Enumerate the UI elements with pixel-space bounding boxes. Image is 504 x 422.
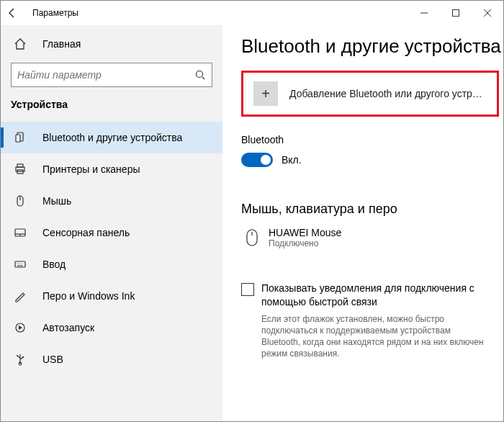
sidebar-item-printers[interactable]: Принтеры и сканеры bbox=[1, 153, 222, 185]
add-device-button[interactable]: + Добавление Bluetooth или другого устро… bbox=[241, 71, 499, 117]
keyboard-icon bbox=[14, 258, 31, 271]
svg-point-2 bbox=[197, 71, 203, 78]
touchpad-icon bbox=[14, 226, 31, 239]
sidebar-item-typing[interactable]: Ввод bbox=[1, 248, 222, 280]
svg-point-16 bbox=[19, 263, 19, 264]
page-title: Bluetooth и другие устройства bbox=[241, 35, 503, 58]
mouse-device-icon bbox=[241, 227, 263, 247]
svg-line-3 bbox=[202, 77, 204, 79]
bluetooth-state: Вкл. bbox=[282, 154, 302, 166]
svg-rect-14 bbox=[15, 261, 25, 267]
add-device-label: Добавление Bluetooth или другого устройс… bbox=[289, 88, 487, 99]
devices-icon bbox=[14, 131, 31, 144]
svg-rect-1 bbox=[453, 10, 459, 17]
sidebar-item-label: Ввод bbox=[42, 259, 66, 270]
sidebar-item-label: Сенсорная панель bbox=[42, 227, 130, 238]
window-title: Параметры bbox=[32, 8, 78, 18]
plus-icon: + bbox=[253, 81, 278, 106]
titlebar: Параметры bbox=[1, 1, 503, 25]
sidebar: Главная Устройства Bluetooth и другие ус… bbox=[1, 25, 222, 422]
sidebar-item-label: Bluetooth и другие устройства bbox=[42, 132, 182, 143]
home-icon bbox=[14, 37, 31, 50]
svg-rect-7 bbox=[17, 164, 23, 167]
home-link[interactable]: Главная bbox=[1, 28, 222, 60]
sidebar-item-touchpad[interactable]: Сенсорная панель bbox=[1, 217, 222, 248]
device-status: Подключено bbox=[269, 238, 341, 248]
maximize-button[interactable] bbox=[440, 1, 472, 25]
group-heading: Мышь, клавиатура и перо bbox=[241, 202, 503, 217]
device-name: HUAWEI Mouse bbox=[269, 227, 341, 238]
quick-pair-hint: Если этот флажок установлен, можно быстр… bbox=[261, 313, 492, 360]
close-button[interactable] bbox=[472, 1, 503, 25]
svg-rect-23 bbox=[22, 356, 24, 358]
printer-icon bbox=[14, 163, 31, 176]
sidebar-item-label: Принтеры и сканеры bbox=[42, 163, 140, 175]
search-field[interactable] bbox=[17, 69, 194, 81]
svg-rect-5 bbox=[16, 135, 20, 142]
quick-pair-label: Показывать уведомления для подключения с… bbox=[261, 282, 503, 309]
sidebar-item-mouse[interactable]: Мышь bbox=[1, 185, 222, 217]
sidebar-item-autoplay[interactable]: Автозапуск bbox=[1, 312, 222, 344]
device-item[interactable]: HUAWEI Mouse Подключено bbox=[241, 227, 503, 248]
quick-pair-checkbox[interactable] bbox=[241, 283, 254, 296]
search-icon bbox=[194, 69, 206, 81]
autoplay-icon bbox=[14, 321, 31, 334]
sidebar-item-label: Автозапуск bbox=[42, 322, 94, 333]
svg-point-17 bbox=[21, 263, 22, 264]
section-label: Устройства bbox=[1, 96, 222, 122]
sidebar-item-label: Перо и Windows Ink bbox=[42, 290, 135, 302]
minimize-button[interactable] bbox=[408, 1, 440, 25]
sidebar-item-bluetooth[interactable]: Bluetooth и другие устройства bbox=[1, 122, 222, 153]
mouse-icon bbox=[14, 194, 31, 207]
home-label: Главная bbox=[42, 38, 81, 50]
sidebar-item-label: USB bbox=[42, 354, 63, 365]
search-input[interactable] bbox=[11, 63, 212, 87]
pen-icon bbox=[14, 289, 31, 302]
svg-point-15 bbox=[17, 263, 17, 264]
sidebar-item-pen[interactable]: Перо и Windows Ink bbox=[1, 280, 222, 312]
back-button[interactable] bbox=[6, 7, 27, 19]
content-panel: Bluetooth и другие устройства + Добавлен… bbox=[222, 25, 503, 422]
bluetooth-label: Bluetooth bbox=[241, 134, 503, 145]
bluetooth-toggle[interactable] bbox=[241, 153, 273, 167]
sidebar-item-label: Мышь bbox=[42, 195, 71, 207]
usb-icon bbox=[14, 353, 31, 366]
svg-point-22 bbox=[17, 355, 18, 356]
sidebar-item-usb[interactable]: USB bbox=[1, 344, 222, 375]
